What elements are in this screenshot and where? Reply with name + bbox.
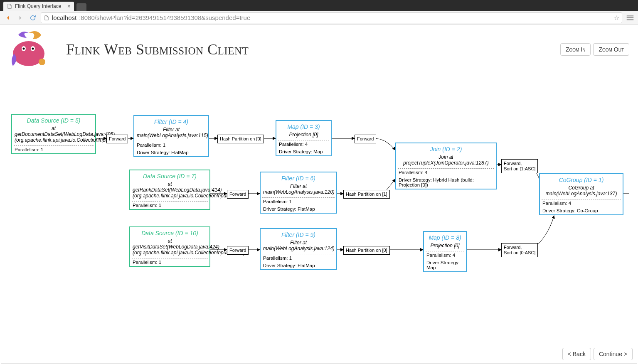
- svg-point-4: [32, 48, 34, 50]
- tab-title: Flink Query Interface: [15, 3, 61, 9]
- edge-label: Forward: [227, 246, 249, 255]
- node-map-8[interactable]: Map (ID = 8) Projection [0] Parallelism:…: [423, 231, 467, 272]
- node-cogroup-1[interactable]: CoGroup (ID = 1) CoGroup at main(WebLogA…: [539, 173, 623, 215]
- flink-logo: [6, 29, 51, 70]
- node-subtitle: Filter at main(WebLogAnalysis.java:115): [134, 126, 208, 141]
- node-row: Driver Strategy: Co-Group: [540, 207, 623, 214]
- node-data-source-5[interactable]: Data Source (ID = 5) at getDocumentDataS…: [11, 114, 96, 154]
- node-subtitle: Projection [0]: [276, 131, 331, 140]
- edge-label: Forward: [227, 190, 249, 199]
- svg-point-5: [39, 59, 45, 65]
- node-row: Parallelism: 4: [276, 140, 331, 148]
- edge-label: Forward,Sort on [0:ASC]: [501, 243, 538, 257]
- node-join-2[interactable]: Join (ID = 2) Join at projectTupleX(Join…: [395, 143, 497, 189]
- node-filter-4[interactable]: Filter (ID = 4) Filter at main(WebLogAna…: [133, 115, 209, 157]
- node-row: Driver Strategy: Hybrid Hash (build: Pro…: [396, 176, 496, 189]
- url-path: :8080/showPlan?id=2639491514938591308&su…: [79, 14, 250, 21]
- edge-label: Forward: [106, 135, 128, 143]
- node-data-source-7[interactable]: Data Source (ID = 7) at getRankDataSet(W…: [129, 170, 210, 210]
- node-title: Map (ID = 8): [424, 232, 466, 242]
- node-row: Driver Strategy: Map: [276, 148, 331, 155]
- hamburger-icon[interactable]: [626, 13, 635, 22]
- edge-label: Forward,Sort on [1:ASC]: [501, 159, 538, 173]
- node-row: Driver Strategy: FlatMap: [134, 149, 208, 156]
- browser-toolbar: localhost:8080/showPlan?id=2639491514938…: [0, 11, 638, 25]
- zoom-out-button[interactable]: Zoom Out: [593, 43, 629, 56]
- node-subtitle: Filter at main(WebLogAnalysis.java:124): [261, 239, 336, 254]
- node-row: Parallelism: 4: [424, 251, 466, 259]
- url-bar[interactable]: localhost:8080/showPlan?id=2639491514938…: [41, 12, 622, 23]
- star-icon[interactable]: ☆: [614, 14, 619, 22]
- page-content: Flink Web Submission Client Zoom In Zoom…: [1, 26, 637, 364]
- browser-tab[interactable]: Flink Query Interface ×: [3, 2, 74, 11]
- node-subtitle: at getRankDataSet(WebLogData.java:414) (…: [130, 180, 209, 201]
- footer-buttons: < Back Continue >: [562, 348, 633, 360]
- edge-label: Hash Partition on [0]: [343, 246, 390, 255]
- page-header: Flink Web Submission Client Zoom In Zoom…: [1, 26, 637, 73]
- url-host: localhost: [52, 14, 76, 21]
- node-data-source-10[interactable]: Data Source (ID = 10) at getVisitDataSet…: [129, 226, 210, 267]
- node-row: Parallelism: 1: [12, 146, 95, 153]
- new-tab-button[interactable]: [76, 3, 86, 11]
- forward-button[interactable]: [16, 13, 25, 22]
- plan-canvas[interactable]: Data Source (ID = 5) at getDocumentDataS…: [1, 71, 637, 343]
- node-subtitle: Filter at main(WebLogAnalysis.java:120): [261, 182, 336, 197]
- node-title: Filter (ID = 9): [261, 229, 336, 239]
- node-row: Parallelism: 1: [261, 254, 336, 262]
- edge-label: Forward: [355, 135, 376, 143]
- page-icon: [7, 3, 12, 9]
- node-filter-9[interactable]: Filter (ID = 9) Filter at main(WebLogAna…: [260, 228, 337, 270]
- close-icon[interactable]: ×: [67, 3, 71, 10]
- node-row: Parallelism: 1: [261, 198, 336, 205]
- node-title: CoGroup (ID = 1): [540, 174, 623, 184]
- node-title: Data Source (ID = 10): [130, 227, 209, 237]
- node-subtitle: at getVisitDataSet(WebLogData.java:424) …: [130, 237, 209, 258]
- back-button[interactable]: [3, 13, 12, 22]
- node-row: Parallelism: 1: [134, 141, 208, 149]
- node-subtitle: CoGroup at main(WebLogAnalysis.java:137): [540, 184, 623, 199]
- continue-button[interactable]: Continue >: [594, 348, 633, 360]
- node-title: Map (ID = 3): [276, 121, 331, 131]
- zoom-in-button[interactable]: Zoom In: [560, 43, 591, 56]
- back-button[interactable]: < Back: [562, 348, 591, 360]
- browser-tab-strip: Flink Query Interface ×: [0, 0, 638, 11]
- node-row: Driver Strategy: FlatMap: [261, 205, 336, 213]
- node-subtitle: Join at projectTupleX(JoinOperator.java:…: [396, 153, 496, 168]
- reload-button[interactable]: [28, 13, 37, 22]
- svg-point-2: [23, 48, 25, 50]
- page-title: Flink Web Submission Client: [66, 41, 249, 58]
- node-title: Filter (ID = 4): [134, 116, 208, 126]
- node-subtitle: Projection [0]: [424, 242, 466, 251]
- node-title: Join (ID = 2): [396, 143, 496, 153]
- node-row: Driver Strategy: FlatMap: [261, 262, 336, 269]
- node-filter-6[interactable]: Filter (ID = 6) Filter at main(WebLogAna…: [260, 172, 337, 214]
- page-icon: [44, 15, 49, 21]
- node-row: Parallelism: 1: [130, 258, 209, 266]
- node-row: Driver Strategy: Map: [424, 259, 466, 271]
- node-title: Filter (ID = 6): [261, 172, 336, 182]
- node-title: Data Source (ID = 5): [12, 115, 95, 125]
- node-title: Data Source (ID = 7): [130, 170, 209, 180]
- node-row: Parallelism: 4: [540, 199, 623, 207]
- edge-label: Hash Partition on [0]: [217, 135, 264, 143]
- edge-label: Hash Partition on [1]: [343, 190, 390, 199]
- node-map-3[interactable]: Map (ID = 3) Projection [0] Parallelism:…: [276, 120, 332, 156]
- node-row: Parallelism: 1: [130, 202, 209, 209]
- node-subtitle: at getDocumentDataSet(WebLogData.java:40…: [12, 125, 95, 145]
- node-row: Parallelism: 4: [396, 169, 496, 176]
